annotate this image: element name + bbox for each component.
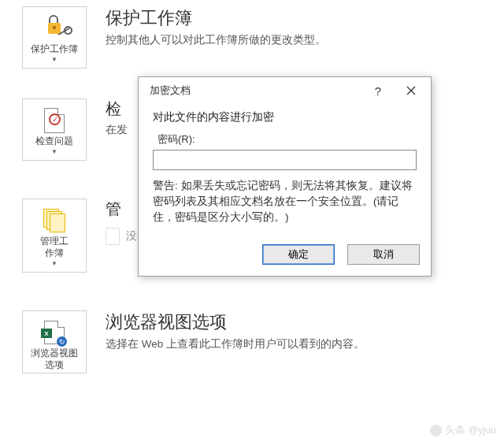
close-icon [406, 86, 416, 95]
lock-key-icon [39, 15, 70, 42]
browser-info: 浏览器视图选项 选择在 Web 上查看此工作簿时用户可以看到的内容。 [106, 310, 365, 351]
tile-label: 保护工作簿 [31, 43, 78, 55]
tile-label: 管理工 作簿 [40, 236, 69, 259]
close-button[interactable] [395, 79, 428, 102]
protect-info: 保护工作簿 控制其他人可以对此工作簿所做的更改类型。 [106, 6, 326, 47]
watermark-icon [430, 425, 442, 436]
page-stack-icon [39, 207, 70, 234]
dialog-titlebar: 加密文档 ? [139, 77, 431, 104]
tile-label: 浏览器视图 选项 [31, 347, 78, 371]
dialog-footer: 确定 取消 [139, 236, 431, 276]
section-heading: 浏览器视图选项 [106, 310, 365, 334]
protect-workbook-tile[interactable]: 保护工作簿 ▼ [22, 6, 87, 69]
help-icon: ? [375, 84, 381, 98]
excel-refresh-icon: X ↻ [39, 319, 70, 346]
dialog-body: 对此文件的内容进行加密 密码(R): 警告: 如果丢失或忘记密码，则无法将其恢复… [139, 104, 431, 236]
checklist-icon: ✓ [39, 107, 70, 134]
chevron-down-icon: ▼ [51, 149, 57, 155]
tile-label: 检查问题 [35, 136, 73, 147]
ok-button[interactable]: 确定 [262, 244, 335, 265]
watermark: 头条 @yjuu [430, 424, 496, 437]
section-desc: 在发 [106, 123, 128, 137]
document-placeholder-icon [106, 228, 120, 245]
watermark-text: 头条 @yjuu [445, 424, 496, 437]
section-desc: 选择在 Web 上查看此工作簿时用户可以看到的内容。 [106, 337, 365, 351]
section-heading: 检 [106, 98, 128, 120]
manage-tile[interactable]: 管理工 作簿 ▼ [22, 199, 87, 273]
chevron-down-icon: ▼ [51, 261, 57, 267]
chevron-down-icon: ▼ [51, 57, 57, 63]
ok-label: 确定 [288, 247, 309, 262]
dialog-warning: 警告: 如果丢失或忘记密码，则无法将其恢复。建议将密码列表及其相应文档名放在一个… [153, 178, 417, 225]
password-label: 密码(R): [158, 132, 417, 147]
inspect-info: 检 在发 [106, 98, 128, 137]
section-desc: 控制其他人可以对此工作簿所做的更改类型。 [106, 33, 326, 47]
cancel-button[interactable]: 取消 [347, 244, 420, 265]
section-heading: 保护工作簿 [106, 6, 326, 30]
encrypt-document-dialog: 加密文档 ? 对此文件的内容进行加密 密码(R): 警告: 如果丢失或忘记密码，… [138, 76, 432, 277]
password-input[interactable] [153, 150, 417, 170]
inspect-tile[interactable]: ✓ 检查问题 ▼ [22, 98, 87, 161]
cancel-label: 取消 [373, 247, 394, 262]
browser-view-tile[interactable]: X ↻ 浏览器视图 选项 [22, 310, 87, 373]
help-button[interactable]: ? [361, 79, 395, 102]
dialog-title: 加密文档 [150, 84, 191, 98]
browser-view-section: X ↻ 浏览器视图 选项 浏览器视图选项 选择在 Web 上查看此工作簿时用户可… [0, 304, 504, 397]
dialog-heading: 对此文件的内容进行加密 [153, 110, 417, 124]
